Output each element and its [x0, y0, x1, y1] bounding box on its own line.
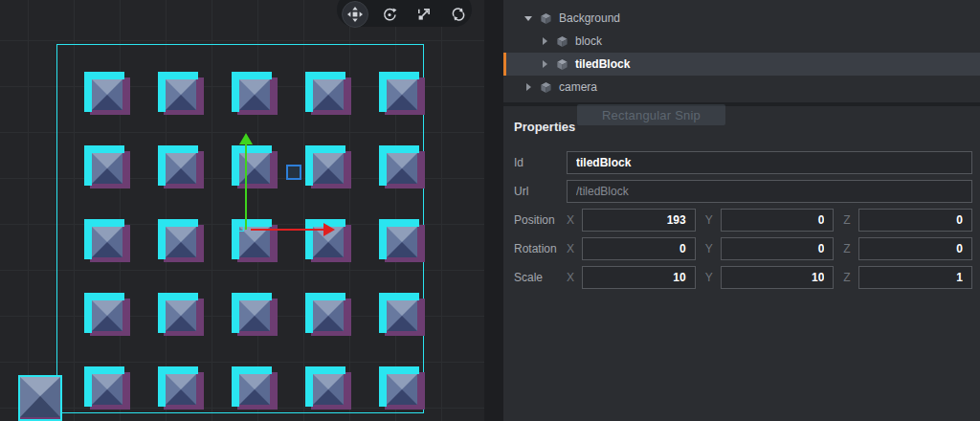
inspector-panel: Background block tiledBlock: [503, 0, 980, 421]
tree-item-label: camera: [559, 80, 597, 94]
axis-y-label: Y: [705, 242, 715, 255]
gizmo-y-arrowhead-icon[interactable]: [239, 133, 253, 144]
tiled-block-tile[interactable]: [379, 145, 425, 188]
tiled-block-tile[interactable]: [84, 72, 130, 115]
tiled-block-tile[interactable]: [305, 145, 351, 188]
tiled-block-tile[interactable]: [379, 293, 425, 336]
scene-canvas[interactable]: [0, 0, 484, 421]
id-field[interactable]: [567, 151, 972, 174]
scale-y-field[interactable]: [721, 266, 835, 289]
tree-item-label: tiledBlock: [575, 57, 630, 71]
transform-toolbar: [337, 0, 472, 27]
gizmo-y-axis[interactable]: [245, 144, 247, 230]
tiled-block-tile[interactable]: [84, 293, 130, 336]
block-pyramid: [20, 377, 60, 417]
scale-x-field[interactable]: [582, 266, 696, 289]
caret-collapsed-icon[interactable]: [539, 60, 550, 68]
scale-z-field[interactable]: [858, 266, 972, 289]
axis-z-label: Z: [843, 242, 853, 255]
tiled-block-tile[interactable]: [158, 293, 204, 336]
caret-expanded-icon[interactable]: [523, 16, 534, 21]
tree-item-label: Background: [559, 11, 620, 25]
sync-icon: [451, 7, 466, 22]
axis-x-label: X: [567, 213, 576, 227]
position-x-field[interactable]: [582, 209, 696, 232]
scale-label: Scale: [514, 271, 567, 284]
selection-handle[interactable]: [286, 165, 301, 180]
property-row-rotation: Rotation X Y Z: [514, 237, 972, 260]
axis-y-label: Y: [705, 213, 715, 227]
cube-icon: [556, 58, 568, 71]
axis-z-label: Z: [843, 213, 853, 227]
tiled-block-tile[interactable]: [232, 366, 278, 410]
properties-section: Properties Id Url Position X Y Z Rotatio…: [503, 120, 980, 289]
tool-scale-button[interactable]: [411, 1, 437, 28]
tool-move-button[interactable]: [342, 1, 368, 28]
position-z-field[interactable]: [858, 209, 972, 232]
property-row-scale: Scale X Y Z: [514, 266, 972, 289]
rotation-x-field[interactable]: [582, 237, 696, 260]
cube-icon: [540, 81, 552, 94]
tiled-block-tile[interactable]: [305, 366, 351, 410]
tiled-block-tile[interactable]: [379, 219, 425, 262]
scale-icon: [416, 7, 432, 22]
block-object[interactable]: [18, 375, 62, 421]
section-separator: [503, 102, 980, 106]
cube-icon: [556, 35, 568, 48]
url-label: Url: [514, 185, 567, 198]
position-label: Position: [514, 213, 567, 227]
tool-sync-button[interactable]: [445, 1, 472, 28]
tree-item-tiledblock[interactable]: tiledBlock: [503, 53, 980, 76]
tiled-block-tile[interactable]: [158, 219, 204, 262]
rotation-z-field[interactable]: [858, 237, 972, 260]
tiled-block-tile[interactable]: [305, 293, 351, 336]
move-icon: [347, 7, 363, 22]
tiled-block-tile[interactable]: [158, 366, 204, 410]
toast-label: Rectangular Snip: [602, 108, 701, 122]
tiled-block-tile[interactable]: [158, 145, 204, 188]
url-field[interactable]: [567, 180, 972, 203]
tiled-block-tile[interactable]: [232, 145, 278, 188]
caret-collapsed-icon[interactable]: [539, 37, 550, 45]
tree-item-camera[interactable]: camera: [503, 76, 980, 99]
tree-item-background[interactable]: Background: [503, 7, 980, 30]
tree-item-block[interactable]: block: [503, 30, 980, 53]
tiled-block-tile[interactable]: [158, 72, 204, 115]
gizmo-x-axis[interactable]: [251, 229, 325, 231]
axis-x-label: X: [567, 271, 576, 284]
hierarchy-tree: Background block tiledBlock: [503, 0, 980, 99]
tiled-block-tile[interactable]: [379, 366, 425, 410]
rotation-label: Rotation: [514, 242, 567, 255]
axis-y-label: Y: [705, 271, 715, 284]
tiled-block-tile[interactable]: [232, 293, 278, 336]
rectangular-snip-toast: Rectangular Snip: [577, 104, 725, 125]
tiled-block-tile[interactable]: [84, 219, 130, 262]
gizmo-x-arrowhead-icon[interactable]: [323, 223, 335, 236]
tiled-block-tile[interactable]: [84, 145, 130, 188]
caret-collapsed-icon[interactable]: [523, 83, 534, 91]
tiled-block-tile[interactable]: [84, 366, 130, 410]
property-row-url: Url: [514, 180, 972, 203]
tool-rotate-button[interactable]: [376, 1, 403, 28]
position-y-field[interactable]: [721, 209, 835, 232]
property-row-position: Position X Y Z: [514, 209, 972, 232]
rotate-icon: [382, 7, 397, 22]
property-row-id: Id: [514, 151, 972, 174]
id-label: Id: [514, 156, 567, 169]
axis-z-label: Z: [843, 271, 853, 284]
axis-x-label: X: [567, 242, 576, 255]
panel-divider[interactable]: [484, 0, 503, 421]
tiled-block-tile[interactable]: [232, 72, 278, 115]
rotation-y-field[interactable]: [721, 237, 835, 260]
tiled-block-tile[interactable]: [379, 72, 425, 115]
tiled-block-tile[interactable]: [305, 72, 351, 115]
cube-icon: [540, 12, 552, 25]
tree-item-label: block: [575, 34, 602, 48]
gizmo-origin-handle[interactable]: [234, 222, 244, 232]
